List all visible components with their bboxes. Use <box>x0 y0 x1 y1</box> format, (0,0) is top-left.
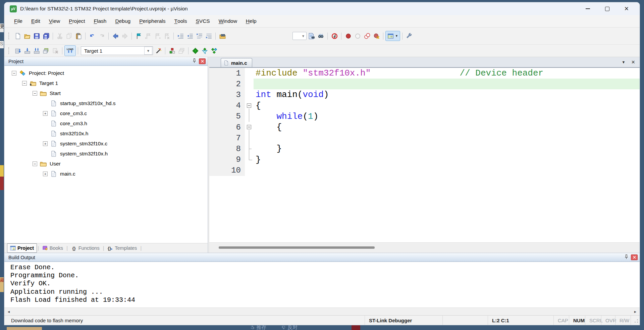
menu-file[interactable]: File <box>10 15 27 27</box>
tree-item-start[interactable]: −Start <box>4 88 208 98</box>
tree-item-system-stm32f10x-c[interactable]: +system_stm32f10x.c <box>4 139 208 149</box>
select-packs-button[interactable] <box>200 46 209 55</box>
tree-item-core-cm3-c[interactable]: +core_cm3.c <box>4 108 208 119</box>
find-doc-button[interactable] <box>307 32 316 41</box>
scroll-right-icon[interactable]: ► <box>634 310 637 314</box>
download-to-flash-button[interactable]: LOAD⇓⇑ <box>64 45 76 56</box>
save-button[interactable] <box>32 32 41 41</box>
code-area[interactable]: 1#include "stm32f10x.h" // Device header… <box>209 68 640 242</box>
resize-grip[interactable] <box>631 316 640 325</box>
build-output-log[interactable]: Erase Done.Programming Done.Verify OK.Ap… <box>4 262 640 308</box>
menu-svcs[interactable]: SVCS <box>191 15 214 27</box>
tree-item-startup-stm32f10x-hd-s[interactable]: startup_stm32f10x_hd.s <box>4 98 208 108</box>
bookmark-button[interactable] <box>134 32 143 41</box>
debug-session-button[interactable] <box>330 32 339 41</box>
expand-icon[interactable]: + <box>43 111 48 116</box>
menu-tools[interactable]: Tools <box>170 15 192 27</box>
nav-back-button[interactable] <box>111 32 120 41</box>
code-line-8[interactable]: 8 } <box>209 143 640 154</box>
editor-horizontal-scrollbar[interactable] <box>209 242 640 253</box>
menu-view[interactable]: View <box>45 15 65 27</box>
maximize-button[interactable] <box>597 3 617 14</box>
chevron-down-icon[interactable]: ▼ <box>144 47 152 55</box>
find-text-combo[interactable]: ▼ <box>292 32 307 40</box>
uncomment-button[interactable] <box>204 32 213 41</box>
collapse-icon[interactable]: − <box>22 81 27 86</box>
tree-item-project-project[interactable]: −Project: Project <box>4 68 208 78</box>
build-output-scrollbar[interactable]: ◄ ► <box>4 308 640 315</box>
expand-icon[interactable]: + <box>43 172 48 176</box>
panel-tab-templates[interactable]: {}Templates <box>105 244 140 252</box>
collapse-icon[interactable]: − <box>12 71 16 76</box>
project-panel-close-button[interactable] <box>199 58 206 64</box>
close-button[interactable]: × <box>617 3 636 14</box>
bookmark-prev-button[interactable] <box>143 32 153 41</box>
pack-installer-button[interactable] <box>191 46 200 55</box>
editor-close-icon[interactable]: × <box>631 59 635 65</box>
translate-button[interactable] <box>13 46 22 55</box>
code-line-4[interactable]: 4{ <box>209 100 640 111</box>
panel-tab-books[interactable]: ?Books <box>40 244 66 252</box>
manage-rte-button[interactable] <box>167 46 177 55</box>
new-file-button[interactable] <box>13 32 22 41</box>
undo-button[interactable] <box>88 32 97 41</box>
code-line-5[interactable]: 5 while(1) <box>209 111 640 122</box>
fold-margin[interactable] <box>245 122 254 133</box>
indent-button[interactable] <box>176 32 185 41</box>
debug-windows-dropdown-button[interactable]: ▼ <box>385 31 400 41</box>
copy-button[interactable] <box>64 32 74 41</box>
comment-button[interactable] <box>195 32 204 41</box>
minimize-button[interactable] <box>578 3 597 14</box>
menu-peripherals[interactable]: Peripherals <box>135 15 170 27</box>
build-output-close-button[interactable] <box>631 254 638 260</box>
breakpoint-button[interactable] <box>343 32 353 41</box>
menu-edit[interactable]: Edit <box>27 15 45 27</box>
tree-item-stm32f10x-h[interactable]: stm32f10x.h <box>4 129 208 139</box>
code-line-6[interactable]: 6 { <box>209 122 640 133</box>
menu-project[interactable]: Project <box>64 15 89 27</box>
scrollbar-thumb[interactable] <box>219 246 375 249</box>
tab-main-c[interactable]: main.c <box>221 58 252 67</box>
pin-icon[interactable] <box>624 254 629 261</box>
menu-help[interactable]: Help <box>241 15 261 27</box>
rebuild-button[interactable] <box>32 46 41 55</box>
cut-button[interactable] <box>55 32 64 41</box>
manage-project-items-button[interactable] <box>177 46 186 55</box>
code-line-3[interactable]: 3int main(void) <box>209 89 640 100</box>
menu-debug[interactable]: Debug <box>111 15 135 27</box>
panel-tab-functions[interactable]: {}Functions <box>68 244 102 252</box>
tree-item-system-stm32f10x-h[interactable]: system_stm32f10x.h <box>4 149 208 159</box>
pin-icon[interactable] <box>192 58 197 64</box>
paste-button[interactable] <box>74 32 83 41</box>
find-in-files-button[interactable] <box>218 32 227 41</box>
code-line-1[interactable]: 1#include "stm32f10x.h" // Device header <box>209 68 640 79</box>
title-bar[interactable]: µV D:\learn for STM32\2-1 STM32 Project … <box>4 2 640 15</box>
tree-item-target-1[interactable]: −Target 1 <box>4 78 208 88</box>
find-button[interactable] <box>316 32 325 41</box>
menu-flash[interactable]: Flash <box>90 15 111 27</box>
collapse-icon[interactable]: − <box>33 161 37 166</box>
build-button[interactable] <box>22 46 32 55</box>
breakpoint-disable-button[interactable] <box>353 32 362 41</box>
panel-tab-project[interactable]: Project <box>7 243 37 253</box>
target-select-combo[interactable]: Target 1▼ <box>81 46 153 55</box>
code-line-2[interactable]: 2 <box>209 79 640 89</box>
scroll-left-icon[interactable]: ◄ <box>7 310 10 314</box>
unindent-button[interactable] <box>185 32 195 41</box>
breakpoint-disable-all-button[interactable] <box>362 32 372 41</box>
bookmark-next-button[interactable] <box>153 32 162 41</box>
expand-icon[interactable]: + <box>43 141 48 146</box>
tree-item-user[interactable]: −User <box>4 159 208 169</box>
code-line-9[interactable]: 9} <box>209 154 640 165</box>
code-line-7[interactable]: 7 <box>209 133 640 143</box>
redo-button[interactable] <box>97 32 106 41</box>
batch-build-button[interactable] <box>41 46 51 55</box>
collapse-icon[interactable]: − <box>33 91 37 96</box>
menu-window[interactable]: Window <box>214 15 241 27</box>
tab-list-dropdown-icon[interactable]: ▼ <box>622 60 626 64</box>
save-all-button[interactable] <box>41 32 51 41</box>
tree-item-core-cm3-h[interactable]: core_cm3.h <box>4 119 208 129</box>
manage-components-button[interactable] <box>209 46 219 55</box>
bookmark-clear-button[interactable] <box>162 32 171 41</box>
breakpoint-kill-all-button[interactable] <box>372 32 381 41</box>
